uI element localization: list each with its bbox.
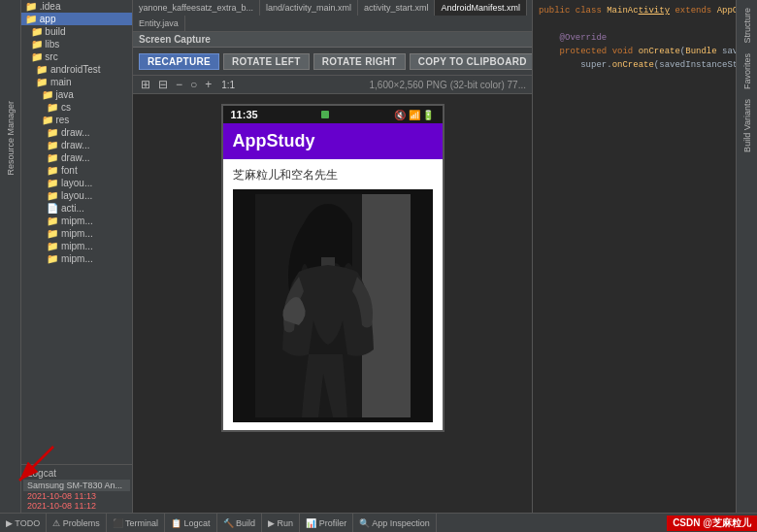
file-tree-panel: 📁 .idea 📁 app 📁 build 📁 libs 📁 src 📁 and…	[21, 0, 132, 464]
screen-capture-toolbar: RECAPTURE ROTATE LEFT ROTATE RIGHT COPY …	[133, 48, 532, 76]
tree-main[interactable]: 📁 main	[21, 76, 132, 88]
grid-button[interactable]: ⊟	[156, 78, 170, 91]
tree-draw3[interactable]: 📁 draw...	[21, 151, 132, 164]
phone-image-area	[233, 189, 433, 422]
code-area: public class MainActivity extends AppCom…	[533, 0, 736, 532]
tree-draw2[interactable]: 📁 draw...	[21, 139, 132, 151]
status-indicator	[321, 111, 329, 118]
tree-mipmap4[interactable]: 📁 mipm...	[21, 252, 132, 265]
right-code-panel: public class MainActivity extends AppCom…	[532, 0, 736, 532]
build-variants-tab[interactable]: Build Variants	[741, 95, 754, 156]
tree-app[interactable]: 📁 app	[21, 13, 132, 25]
image-controls: ⊞ ⊟ − ○ + 1:1 1,600×2,560 PNG (32-bit co…	[133, 76, 532, 94]
taskbar-terminal[interactable]: ⬛ Terminal	[107, 514, 165, 532]
code-line-3: @Override	[539, 31, 730, 45]
tree-mipmap1[interactable]: 📁 mipm...	[21, 215, 132, 227]
logcat-entry-1: 2021-10-08 11:12	[23, 501, 130, 511]
tree-src[interactable]: 📁 src	[21, 50, 132, 63]
zoom-out-button[interactable]: −	[174, 78, 184, 91]
taskbar-logcat[interactable]: 📋 Logcat	[165, 514, 217, 532]
tree-font[interactable]: 📁 font	[21, 164, 132, 177]
taskbar-app-inspection[interactable]: 🔍 App Inspection	[353, 514, 437, 532]
tree-draw1[interactable]: 📁 draw...	[21, 126, 132, 139]
resource-manager-tab[interactable]: Resource Manager	[4, 97, 17, 180]
logcat-title: Logcat	[23, 467, 130, 480]
screen-capture-header: Screen Capture	[133, 32, 532, 48]
file-tab-land[interactable]: land/activity_main.xml	[260, 0, 358, 16]
taskbar: ▶ TODO ⚠ Problems ⬛ Terminal 📋 Logcat 🔨 …	[0, 513, 757, 532]
figure-svg	[255, 194, 411, 417]
middle-panel: yanone_kaffeesatz_extra_b... land/activi…	[133, 0, 532, 532]
file-tab-yanone[interactable]: yanone_kaffeesatz_extra_b...	[133, 0, 260, 16]
zoom-level: 1:1	[221, 80, 235, 90]
phone-status-bar: 11:35 🔇 📶 🔋	[223, 106, 443, 123]
tree-cs[interactable]: 📁 cs	[21, 101, 132, 114]
taskbar-profiler[interactable]: 📊 Profiler	[300, 514, 353, 532]
tree-res[interactable]: 📁 res	[21, 114, 132, 126]
taskbar-todo[interactable]: ▶ TODO	[0, 514, 47, 532]
left-sidebar: 📁 .idea 📁 app 📁 build 📁 libs 📁 src 📁 and…	[21, 0, 133, 532]
tree-mipmap2[interactable]: 📁 mipm...	[21, 227, 132, 240]
phone-area: 11:35 🔇 📶 🔋 AppStudy 芝麻粒儿和空名先生	[133, 94, 532, 532]
tree-libs[interactable]: 📁 libs	[21, 38, 132, 50]
phone-subtitle: 芝麻粒儿和空名先生	[233, 167, 433, 183]
taskbar-run[interactable]: ▶ Run	[262, 514, 300, 532]
recapture-button[interactable]: RECAPTURE	[139, 53, 219, 70]
left-vertical-tabs: Resource Manager	[0, 0, 21, 532]
zoom-in-button[interactable]: +	[203, 78, 214, 91]
tree-androidtest[interactable]: 📁 androidTest	[21, 63, 132, 76]
code-line-2	[539, 17, 730, 31]
tree-layout2[interactable]: 📁 layou...	[21, 189, 132, 202]
phone-content: 芝麻粒儿和空名先生	[223, 159, 443, 430]
file-tabs-bar: yanone_kaffeesatz_extra_b... land/activi…	[133, 0, 532, 32]
favorites-tab[interactable]: Favorites	[741, 50, 754, 93]
tree-build[interactable]: 📁 build	[21, 25, 132, 38]
phone-app-title: AppStudy	[233, 131, 433, 151]
phone-app-bar: AppStudy	[223, 123, 443, 159]
code-line-5: super.onCreate(savedInstanceState);	[539, 58, 730, 72]
tree-mipmap3[interactable]: 📁 mipm...	[21, 240, 132, 252]
rotate-left-button[interactable]: ROTATE LEFT	[223, 53, 310, 70]
logcat-entry-0: 2021-10-08 11:13	[23, 491, 130, 501]
copy-to-clipboard-button[interactable]: COPY TO CLIPBOARD	[410, 53, 536, 70]
phone-screen: 11:35 🔇 📶 🔋 AppStudy 芝麻粒儿和空名先生	[221, 104, 444, 432]
main-layout: Resource Manager 📁 .idea 📁 app 📁 build 📁…	[0, 0, 757, 532]
rotate-right-button[interactable]: ROTATE RIGHT	[313, 53, 406, 70]
file-tab-activity-start[interactable]: activity_start.xml	[358, 0, 436, 16]
file-tab-manifest[interactable]: AndroidManifest.xml	[435, 0, 527, 16]
tree-java[interactable]: 📁 java	[21, 88, 132, 101]
file-tab-entity[interactable]: Entity.java	[133, 16, 185, 31]
code-line-1: public class MainActivity extends AppCom…	[539, 4, 730, 17]
right-vertical-tabs: Structure Favorites Build Variants	[736, 0, 757, 532]
image-info: 1,600×2,560 PNG (32-bit color) 77...	[370, 80, 526, 90]
code-line-4: protected void onCreate(Bundle savedInst…	[539, 45, 730, 58]
structure-tab[interactable]: Structure	[741, 4, 754, 48]
fit-button[interactable]: ○	[188, 78, 199, 91]
tree-idea[interactable]: 📁 .idea	[21, 0, 132, 13]
taskbar-problems[interactable]: ⚠ Problems	[47, 514, 107, 532]
tree-layout1[interactable]: 📁 layou...	[21, 177, 132, 189]
csdn-badge: CSDN @芝麻粒儿	[667, 515, 757, 531]
logcat-device: Samsung SM-T830 An...	[23, 480, 130, 491]
tree-acti[interactable]: 📄 acti...	[21, 202, 132, 215]
phone-time: 11:35	[231, 109, 258, 120]
taskbar-build[interactable]: 🔨 Build	[217, 514, 263, 532]
phone-status-icons: 🔇 📶 🔋	[394, 110, 435, 120]
fullscreen-button[interactable]: ⊞	[139, 78, 152, 91]
